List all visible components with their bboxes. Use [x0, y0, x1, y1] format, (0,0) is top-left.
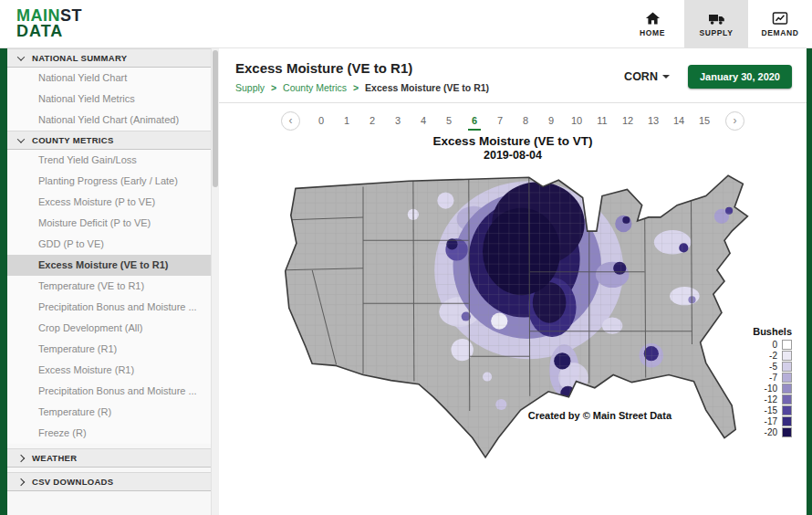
page-number-7[interactable]: 7 [487, 111, 513, 131]
national-summary-items: National Yield Chart National Yield Metr… [7, 68, 211, 131]
main-nav: HOME SUPPLY DEMAND [620, 0, 812, 48]
sidebar-item-national-yield-metrics[interactable]: National Yield Metrics [7, 89, 211, 110]
pagination: ‹ 0 1 2 3 4 5 6 7 8 9 10 11 12 13 14 15 … [219, 111, 807, 131]
sidebar-item-excess-moisture-ve-r1[interactable]: Excess Moisture (VE to R1) [7, 255, 211, 276]
sidebar-section-weather[interactable]: WEATHER [7, 448, 211, 468]
brand-logo[interactable]: MAINST DATA [16, 8, 82, 39]
sidebar-item-national-yield-chart-animated[interactable]: National Yield Chart (Animated) [7, 110, 211, 131]
legend-swatch [782, 384, 792, 394]
legend-row: -2 [736, 350, 792, 361]
legend-row: -15 [736, 405, 792, 415]
crop-selector-value: CORN [624, 70, 658, 83]
sidebar-item-national-yield-chart[interactable]: National Yield Chart [7, 68, 211, 89]
legend-value: -2 [754, 351, 777, 361]
chevron-right-icon [17, 478, 25, 485]
page-title: Excess Moisture (VE to R1) [235, 60, 489, 76]
legend-value: -20 [754, 427, 777, 437]
legend-value: -12 [754, 394, 777, 405]
sidebar-scrollbar [212, 48, 219, 515]
page-number-2[interactable]: 2 [359, 111, 385, 131]
page-number-10[interactable]: 10 [564, 111, 589, 131]
pagination-next-button[interactable]: › [725, 111, 744, 131]
page-number-11[interactable]: 11 [589, 111, 615, 131]
content-header: Excess Moisture (VE to R1) Supply > Coun… [219, 48, 807, 102]
header-divider [219, 102, 807, 103]
sidebar-item-crop-development[interactable]: Crop Development (All) [7, 318, 211, 339]
sidebar-item-trend-yield[interactable]: Trend Yield Gain/Loss [7, 150, 211, 171]
breadcrumb-separator: > [271, 82, 276, 93]
chevron-right-icon [17, 454, 25, 461]
legend-value: 0 [754, 340, 777, 350]
sidebar-item-temperature-r1[interactable]: Temperature (R1) [7, 339, 211, 360]
sidebar: NATIONAL SUMMARY National Yield Chart Na… [7, 48, 212, 515]
legend-row: -10 [736, 383, 792, 394]
legend-row: -7 [736, 372, 792, 383]
nav-demand[interactable]: DEMAND [748, 0, 812, 48]
map-credit: Created by © Main Street Data [528, 410, 671, 421]
page-number-1[interactable]: 1 [334, 111, 359, 131]
page-number-5[interactable]: 5 [436, 111, 462, 131]
chevron-down-icon [17, 135, 25, 142]
section-label: CSV DOWNLOADS [32, 477, 113, 487]
page-number-6-active[interactable]: 6 [462, 111, 487, 131]
sidebar-item-excess-moisture-r1[interactable]: Excess Moisture (R1) [7, 360, 211, 381]
sidebar-item-moisture-deficit-p-ve[interactable]: Moisture Deficit (P to VE) [7, 213, 211, 234]
breadcrumb-county-metrics[interactable]: County Metrics [283, 82, 347, 93]
sidebar-section-county-metrics[interactable]: COUNTY METRICS [7, 131, 211, 150]
legend-row: -17 [736, 415, 792, 426]
chevron-down-icon [17, 53, 25, 60]
legend-swatch [782, 416, 792, 426]
sidebar-item-precip-bonus-1[interactable]: Precipitation Bonus and Moisture ... [7, 297, 211, 318]
section-label: NATIONAL SUMMARY [32, 53, 127, 63]
legend-swatch [782, 340, 792, 350]
sidebar-section-national-summary[interactable]: NATIONAL SUMMARY [7, 48, 211, 68]
page-number-13[interactable]: 13 [640, 111, 666, 131]
page-number-15[interactable]: 15 [692, 111, 717, 131]
date-button[interactable]: January 30, 2020 [688, 65, 792, 89]
map-date-subtitle: 2019-08-04 [219, 149, 807, 162]
map-title: Excess Moisture (VE to VT) [219, 134, 807, 148]
sidebar-item-planting-progress[interactable]: Planting Progress (Early / Late) [7, 171, 211, 192]
crop-selector[interactable]: CORN [624, 70, 670, 83]
breadcrumb-separator: > [353, 82, 359, 93]
sidebar-item-precip-bonus-2[interactable]: Precipitation Bonus and Moisture ... [7, 381, 211, 402]
left-green-strip [0, 48, 7, 515]
scrollbar-thumb[interactable] [213, 50, 218, 187]
sidebar-item-temperature-ve-r1[interactable]: Temperature (VE to R1) [7, 276, 211, 297]
app-root: MAINST DATA HOME SUPPLY [0, 0, 812, 515]
map-area: Excess Moisture (VE to VT) 2019-08-04 [219, 134, 807, 465]
sidebar-section-csv-downloads[interactable]: CSV DOWNLOADS [7, 472, 211, 491]
page-number-4[interactable]: 4 [411, 111, 436, 131]
right-green-strip [807, 48, 812, 515]
legend-swatch [782, 373, 792, 383]
sidebar-item-excess-moisture-p-ve[interactable]: Excess Moisture (P to VE) [7, 192, 211, 213]
page-number-0[interactable]: 0 [308, 111, 334, 131]
legend-row: -12 [736, 394, 792, 405]
truck-icon [708, 11, 725, 26]
nav-supply[interactable]: SUPPLY [684, 0, 748, 48]
page-number-8[interactable]: 8 [513, 111, 538, 131]
nav-demand-label: DEMAND [762, 28, 799, 37]
map-legend: Bushels 0 -2 -5 -7 -10 -12 -15 -17 -20 [736, 326, 792, 437]
page-number-12[interactable]: 12 [615, 111, 640, 131]
sidebar-item-temperature-r[interactable]: Temperature (R) [7, 402, 211, 423]
nav-home[interactable]: HOME [620, 0, 684, 48]
main-content: Excess Moisture (VE to R1) Supply > Coun… [219, 48, 807, 515]
us-choropleth-map[interactable] [234, 163, 792, 465]
page-number-3[interactable]: 3 [385, 111, 411, 131]
legend-value: -17 [754, 416, 777, 426]
page-number-14[interactable]: 14 [666, 111, 692, 131]
breadcrumb-current: Excess Moisture (VE to R1) [365, 82, 489, 93]
legend-swatch [782, 351, 792, 361]
legend-swatch [782, 394, 792, 405]
breadcrumb: Supply > County Metrics > Excess Moistur… [235, 82, 489, 93]
nav-home-label: HOME [640, 28, 665, 37]
breadcrumb-supply[interactable]: Supply [235, 82, 265, 93]
pagination-prev-button[interactable]: ‹ [281, 111, 300, 131]
legend-value: -7 [754, 373, 777, 383]
sidebar-item-freeze-r[interactable]: Freeze (R) [7, 423, 211, 444]
home-icon [645, 11, 661, 26]
sidebar-item-gdd-p-ve[interactable]: GDD (P to VE) [7, 234, 211, 255]
legend-swatch [782, 427, 792, 437]
page-number-9[interactable]: 9 [538, 111, 564, 131]
